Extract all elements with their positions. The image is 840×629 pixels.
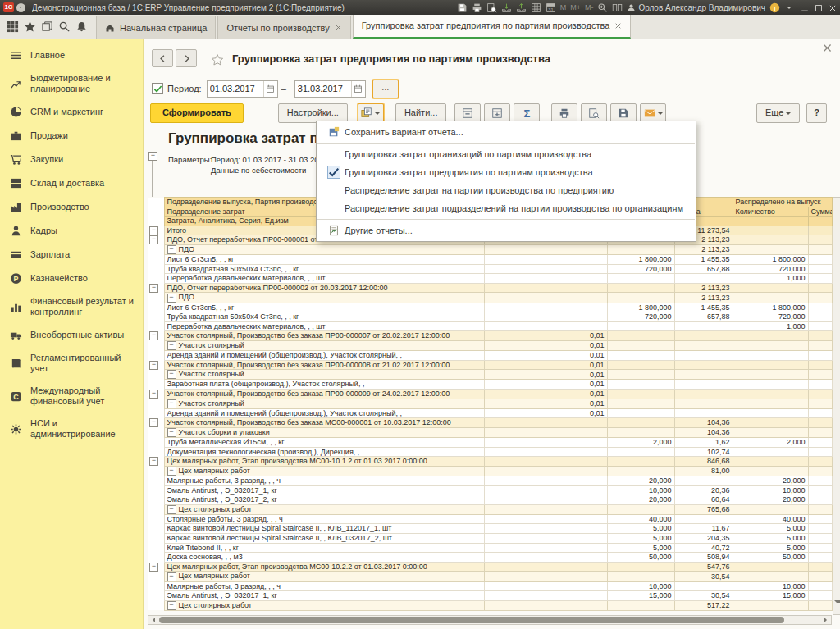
- table-row: Труба квадратная 50х50х4 Ст3пс, , , кг72…: [148, 312, 832, 322]
- collapse-marker[interactable]: [167, 505, 176, 514]
- row-label: Труба квадратная 50х50х4 Ст3пс, , , кг: [164, 312, 484, 322]
- minimize-button[interactable]: [801, 2, 809, 11]
- sidebar-item-treasury[interactable]: РКазначейство: [0, 267, 143, 290]
- sidebar-item-production[interactable]: Производство: [0, 195, 143, 219]
- row-label: Участок столярный: [164, 370, 484, 380]
- sidebar-item-warehouse[interactable]: Склад и доставка: [0, 171, 143, 195]
- collapse-marker[interactable]: [149, 418, 158, 427]
- sidebar-item-ifrs[interactable]: CМеждународный финансовый учет: [0, 380, 143, 412]
- period-more-button[interactable]: ...: [372, 80, 399, 98]
- row-label: Аренда зданий и помещений (общепроизвод.…: [164, 408, 484, 418]
- collapse-marker[interactable]: [149, 457, 158, 466]
- sidebar-item-finresult[interactable]: Финансовый результат и контроллинг: [0, 290, 143, 323]
- period-checkbox[interactable]: [152, 83, 163, 94]
- tab-2[interactable]: Группировка затрат предприятия по партия…: [353, 13, 632, 39]
- form-close-icon[interactable]: [822, 40, 833, 52]
- maximize-icon: [815, 4, 823, 12]
- variant-menu-item-4[interactable]: Распределение затрат подразделений на па…: [317, 199, 696, 217]
- collapse-marker[interactable]: [167, 245, 176, 254]
- tab-0[interactable]: Начальная страница: [96, 16, 216, 39]
- variant-menu-item-5[interactable]: Другие отчеты...: [317, 221, 696, 239]
- collapse-marker[interactable]: [167, 370, 176, 379]
- open-windows-button[interactable]: [41, 19, 53, 34]
- collapse-marker[interactable]: [167, 294, 176, 303]
- warehouse-icon: [10, 177, 22, 189]
- collapse-marker[interactable]: [167, 428, 176, 437]
- row-label: Цех малярных работ: [164, 466, 484, 476]
- sidebar-item-nsi[interactable]: НСИ и администрирование: [0, 412, 143, 445]
- close-icon: [822, 43, 833, 53]
- favorites-button[interactable]: [24, 19, 36, 34]
- report-collapse-marker[interactable]: [148, 152, 158, 161]
- memory-mplus-button[interactable]: M+: [570, 3, 581, 11]
- scrollbar-thumb[interactable]: [159, 617, 784, 623]
- collapse-marker[interactable]: [149, 331, 158, 340]
- forward-button[interactable]: [176, 49, 197, 67]
- sidebar-item-assets[interactable]: Внеоборотные активы: [0, 323, 143, 347]
- tab-close-icon[interactable]: [335, 24, 342, 31]
- sidebar-item-sales[interactable]: Продажи: [0, 124, 143, 148]
- sidebar-item-crm[interactable]: CRM и маркетинг: [0, 100, 143, 124]
- memory-mminus-button[interactable]: M-: [585, 3, 594, 11]
- back-button[interactable]: [152, 49, 173, 67]
- variant-menu-item-0[interactable]: Сохранить вариант отчета...: [317, 123, 696, 141]
- sidebar-item-purchases[interactable]: Закупки: [0, 148, 143, 171]
- sidebar-item-salary[interactable]: Зарплата: [0, 243, 143, 267]
- collapse-marker[interactable]: [167, 399, 176, 408]
- calendar-icon[interactable]: [351, 81, 365, 97]
- collapse-marker[interactable]: [149, 390, 158, 399]
- table-row: Цех столярных работ517,22: [148, 600, 832, 610]
- more-button[interactable]: Еще: [756, 103, 800, 123]
- scroll-right-icon[interactable]: [824, 618, 829, 622]
- all-functions-button[interactable]: [7, 19, 19, 34]
- current-user[interactable]: Орлов Александр Владимирович: [627, 3, 765, 12]
- collapse-marker[interactable]: [167, 572, 176, 581]
- preview-icon: [486, 2, 497, 13]
- tab-label: Начальная страница: [120, 23, 207, 33]
- sidebar-item-regulated[interactable]: Регламентированный учет: [0, 347, 143, 380]
- sidebar-item-main-menu[interactable]: Главное: [0, 43, 143, 67]
- collapse-marker[interactable]: [149, 226, 158, 235]
- salary-icon: [10, 248, 22, 261]
- table-row: Эмаль Antirust, , Э_032017_1, кг10,00020…: [148, 485, 832, 495]
- generate-button[interactable]: Сформировать: [150, 103, 244, 123]
- search-button[interactable]: [58, 19, 71, 34]
- crm-icon: [10, 106, 22, 118]
- collapse-marker[interactable]: [167, 467, 176, 476]
- chevron-down-icon: [786, 112, 791, 117]
- variant-menu-item-3[interactable]: Распределение затрат на партии производс…: [317, 181, 696, 199]
- collapse-marker[interactable]: [149, 361, 158, 370]
- info-icon[interactable]: i: [769, 2, 780, 13]
- calendar-icon: [354, 84, 363, 93]
- favorite-star-icon[interactable]: [211, 52, 224, 65]
- scroll-left-icon[interactable]: [150, 618, 155, 622]
- collapse-marker[interactable]: [149, 284, 158, 293]
- sidebar-item-hr[interactable]: Кадры: [0, 219, 143, 243]
- period-to-input[interactable]: [295, 84, 351, 93]
- help-button[interactable]: ?: [806, 103, 827, 123]
- close-button[interactable]: [829, 2, 837, 11]
- collapse-marker[interactable]: [167, 341, 176, 350]
- menu-item-label: Группировка затрат организаций по партия…: [345, 149, 591, 159]
- calendar-icon[interactable]: [263, 81, 277, 97]
- row-label: Участок столярный, Производство без зака…: [164, 390, 484, 399]
- scroll-down-icon[interactable]: [834, 600, 840, 613]
- tab-close-icon[interactable]: [614, 22, 622, 30]
- collapse-marker[interactable]: [149, 235, 158, 244]
- chevron-down-icon: [658, 112, 663, 117]
- preview-icon: [588, 107, 600, 119]
- system-menu-button[interactable]: [16, 3, 25, 12]
- sidebar-item-budgeting[interactable]: Бюджетирование и планирование: [0, 67, 143, 100]
- variant-menu-item-2[interactable]: Группировка затрат предприятия по партия…: [317, 163, 696, 181]
- memory-m-button[interactable]: M: [560, 3, 567, 11]
- chevron-down-icon[interactable]: [787, 7, 792, 11]
- collapse-marker[interactable]: [149, 563, 158, 572]
- maximize-button[interactable]: [815, 2, 823, 11]
- period-from-input[interactable]: [208, 84, 263, 93]
- tab-1[interactable]: Отчеты по производству: [217, 16, 350, 39]
- horizontal-scrollbar[interactable]: [148, 615, 832, 625]
- notifications-button[interactable]: [75, 19, 88, 34]
- vertical-scrollbar[interactable]: [833, 197, 840, 615]
- collapse-marker[interactable]: [167, 601, 176, 610]
- variant-menu-item-1[interactable]: Группировка затрат организаций по партия…: [317, 145, 696, 163]
